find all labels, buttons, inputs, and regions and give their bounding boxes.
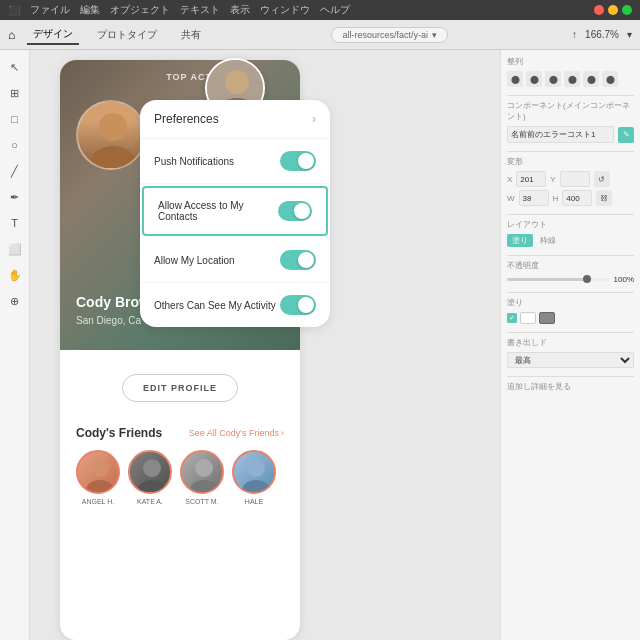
tab-prototype[interactable]: プロトタイプ [91,26,163,44]
friend-avatar-2[interactable] [128,450,172,494]
rect-tool[interactable]: □ [6,110,24,128]
component-row: 名前前のエラーコスト1 ✎ [507,126,634,143]
zoom-level[interactable]: 166.7% [585,29,619,40]
svg-point-0 [99,113,127,141]
line-tool[interactable]: ╱ [6,162,24,180]
tab-design[interactable]: デザイン [27,25,79,45]
push-notifications-toggle[interactable] [280,151,316,171]
main-area: ↖ ⊞ □ ○ ╱ ✒ T ⬜ ✋ ⊕ TOP ACTIVITIES [0,50,640,640]
wh-row: W H ⛓ [507,190,634,206]
w-input[interactable] [519,190,549,206]
align-middle-icon[interactable]: ⬤ [583,71,599,87]
list-item: HALE [232,450,276,505]
url-dropdown-icon[interactable]: ▾ [432,30,437,40]
align-icons-row: ⬤ ⬤ ⬤ ⬤ ⬤ ⬤ [507,71,634,87]
svg-point-3 [86,480,114,494]
menu-help[interactable]: ヘルプ [320,3,350,17]
close-button[interactable] [594,5,604,15]
push-notifications-label: Push Notifications [154,156,234,167]
friends-title: Cody's Friends [76,426,162,440]
contacts-row: Allow Access to My Contacts [142,186,328,236]
opacity-value: 100% [614,275,634,284]
app-icon: ⬛ [8,5,20,16]
component-section: コンポーネント(メインコンポーネント) 名前前のエラーコスト1 ✎ [507,100,634,143]
pen-tool[interactable]: ✒ [6,188,24,206]
component-edit-icon[interactable]: ✎ [618,127,634,143]
contacts-toggle[interactable] [278,201,312,221]
align-left-icon[interactable]: ⬤ [507,71,523,87]
transform-section: 変形 X Y ↺ W H ⛓ [507,156,634,206]
toolbar-right: ↑ 166.7% ▾ [572,29,632,40]
border-swatch[interactable] [539,312,555,324]
align-center-icon[interactable]: ⬤ [526,71,542,87]
tab-share[interactable]: 共有 [175,26,207,44]
activity-label: Others Can See My Activity [154,300,276,311]
location-toggle[interactable] [280,250,316,270]
avatar-svg [78,102,146,170]
contacts-label: Allow Access to My Contacts [158,200,278,222]
edit-profile-button[interactable]: EDIT PROFILE [122,374,238,402]
align-right-icon[interactable]: ⬤ [545,71,561,87]
align-top-icon[interactable]: ⬤ [564,71,580,87]
activity-toggle[interactable] [280,295,316,315]
tab-border[interactable]: 枠線 [535,234,561,247]
friend-name-4: HALE [245,498,263,505]
divider-3 [507,214,634,215]
fill-checkbox[interactable]: ✓ [507,313,517,323]
home-icon[interactable]: ⌂ [8,28,15,42]
svg-point-11 [225,70,249,94]
x-input[interactable] [516,171,546,187]
edit-profile-section: EDIT PROFILE [60,358,300,418]
canvas[interactable]: TOP ACTIVITIES [30,50,500,640]
see-all-link[interactable]: See All Cody's Friends › [189,428,284,438]
zoom-dropdown-icon[interactable]: ▾ [627,29,632,40]
select-tool[interactable]: ↖ [6,58,24,76]
fill-checkbox-row: ✓ [507,312,634,324]
menu-file[interactable]: ファイル [30,3,70,17]
frame-tool[interactable]: ⊞ [6,84,24,102]
svg-point-1 [91,146,135,170]
divider-5 [507,292,634,293]
url-text: all-resources/fact/y-ai [342,30,428,40]
zoom-tool[interactable]: ⊕ [6,292,24,310]
component-name[interactable]: 名前前のエラーコスト1 [507,126,614,143]
menu-view[interactable]: 表示 [230,3,250,17]
align-label: 整列 [507,56,634,67]
component-label: コンポーネント(メインコンポーネント) [507,100,634,122]
y-label: Y [550,175,555,184]
preferences-header[interactable]: Preferences › [140,100,330,139]
profile-avatar-top [76,100,146,170]
fill-swatch[interactable] [520,312,536,324]
lock-icon[interactable]: ⛓ [596,190,612,206]
friend-avatar-1[interactable] [76,450,120,494]
preferences-title: Preferences [154,112,219,126]
tab-fill-active[interactable]: 塗り [507,234,533,247]
more-details-link[interactable]: 追加し詳細を見る [507,382,571,391]
align-bottom-icon[interactable]: ⬤ [602,71,618,87]
friend-avatar-3[interactable] [180,450,224,494]
svg-point-8 [247,459,265,477]
menu-object[interactable]: オブジェクト [110,3,170,17]
y-input[interactable] [560,171,590,187]
image-tool[interactable]: ⬜ [6,240,24,258]
opacity-slider[interactable] [507,278,610,281]
preferences-chevron: › [312,112,316,126]
quality-select[interactable]: 最高 [507,352,634,368]
divider-7 [507,376,634,377]
h-input[interactable] [562,190,592,206]
ellipse-tool[interactable]: ○ [6,136,24,154]
menu-window[interactable]: ウィンドウ [260,3,310,17]
text-tool[interactable]: T [6,214,24,232]
menu-text[interactable]: テキスト [180,3,220,17]
rotate-icon[interactable]: ↺ [594,171,610,187]
minimize-button[interactable] [608,5,618,15]
menu-edit[interactable]: 編集 [80,3,100,17]
hand-tool[interactable]: ✋ [6,266,24,284]
url-bar[interactable]: all-resources/fact/y-ai ▾ [331,27,448,43]
share-icon[interactable]: ↑ [572,29,577,40]
maximize-button[interactable] [622,5,632,15]
window-controls [594,5,632,15]
x-label: X [507,175,512,184]
friend-avatar-4[interactable] [232,450,276,494]
opacity-slider-row: 100% [507,275,634,284]
